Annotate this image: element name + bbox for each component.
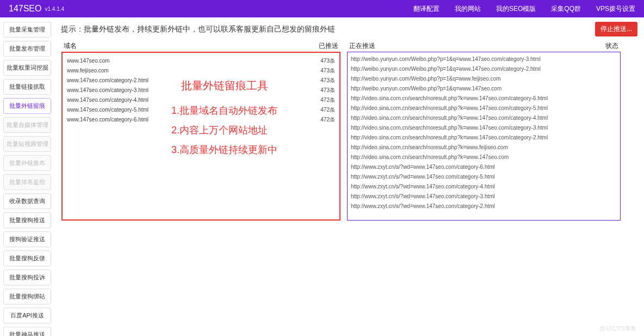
log-row: http://www.zxyt.cn/s/?wd=www.147seo.com/… xyxy=(351,162,617,172)
count-cell: 473条 xyxy=(308,85,335,95)
log-row: http://www.zxyt.cn/s/?wd=www.147seo.com/… xyxy=(351,182,617,192)
sidebar-item-13[interactable]: 批量搜狗投诉 xyxy=(3,270,51,285)
stop-push-button[interactable]: 停止推送... xyxy=(595,22,637,36)
log-row: http://weibo.yunyun.com/Weibo.php?p=1&q=… xyxy=(351,74,617,84)
log-row: http://video.sina.com.cn/search/noresult… xyxy=(351,103,617,113)
sidebar-item-10[interactable]: 批量搜狗推送 xyxy=(3,212,51,228)
count-cell: 473条 xyxy=(308,56,335,66)
sidebar-item-16[interactable]: 批量神马推送 xyxy=(3,327,51,336)
app-brand: 147SEO xyxy=(9,4,41,14)
overlay-line1: 1.批量域名自动外链发布 xyxy=(171,101,277,120)
log-row: http://weibo.yunyun.com/Weibo.php?p=1&q=… xyxy=(351,64,617,74)
sidebar-item-1[interactable]: 批量发布管理 xyxy=(3,41,51,57)
nav-vps[interactable]: VPS拨号设置 xyxy=(596,4,635,14)
sidebar-item-0[interactable]: 批量采集管理 xyxy=(3,22,51,38)
count-cell: 473条 xyxy=(308,76,335,85)
log-row: http://video.sina.com.cn/search/noresult… xyxy=(351,94,617,103)
nav-mysite[interactable]: 我的网站 xyxy=(455,4,481,14)
sidebar-item-7: 批量外链发布 xyxy=(3,155,51,171)
watermark: @51CTO博客 xyxy=(599,325,636,333)
col-status-header: 状态 xyxy=(605,41,618,51)
col-domain-header: 域名 xyxy=(64,41,77,51)
log-row: http://www.zxyt.cn/s/?wd=www.147seo.com/… xyxy=(351,192,617,201)
sidebar-item-9[interactable]: 收录数据查询 xyxy=(3,193,51,209)
sidebar-item-5: 批量自媒体管理 xyxy=(3,117,51,133)
sidebar-item-15[interactable]: 百度API推送 xyxy=(3,308,51,323)
hint-text: 提示：批量外链发布，持续更新外链中，也可以联系客服更新自己想发的留痕外链 xyxy=(61,25,335,34)
push-log-list[interactable]: http://weibo.yunyun.com/Weibo.php?p=1&q=… xyxy=(347,52,621,221)
sidebar-item-8: 批量排名监控 xyxy=(3,174,51,190)
domain-cell: www.147seo.com xyxy=(67,56,308,66)
count-cell: 472条 xyxy=(308,105,335,115)
nav-translate[interactable]: 翻译配置 xyxy=(413,4,439,14)
overlay-line2: 2.内容上万个网站地址 xyxy=(171,120,277,140)
nav-qq-group[interactable]: 采集QQ群 xyxy=(551,4,581,14)
sidebar-item-14[interactable]: 批量搜狗绑站 xyxy=(3,289,51,304)
domain-panel: 域名 已推送 www.147seo.com473条www.feijiseo.co… xyxy=(61,41,341,221)
top-nav: 翻译配置 我的网站 我的SEO模版 采集QQ群 VPS拨号设置 xyxy=(413,4,635,14)
domain-table: www.147seo.com473条www.feijiseo.com473条ww… xyxy=(61,52,340,221)
sidebar-item-6: 批量短视频管理 xyxy=(3,136,51,152)
count-cell: 472条 xyxy=(308,115,335,125)
log-row: http://weibo.yunyun.com/Weibo.php?p=1&q=… xyxy=(351,54,617,64)
sidebar: 批量采集管理批量发布管理批量权重词挖掘批量链接抓取批量外链留痕批量自媒体管理批量… xyxy=(0,17,54,336)
sidebar-item-2[interactable]: 批量权重词挖掘 xyxy=(3,60,51,76)
col-pushing-header: 正在推送 xyxy=(349,41,375,51)
nav-seo-template[interactable]: 我的SEO模版 xyxy=(496,4,536,14)
overlay-line3: 3.高质量外链持续更新中 xyxy=(171,140,277,160)
push-log-panel: 正在推送 状态 http://weibo.yunyun.com/Weibo.ph… xyxy=(346,41,621,221)
table-row[interactable]: www.147seo.com473条 xyxy=(67,56,335,66)
count-cell: 472条 xyxy=(308,95,335,105)
sidebar-item-3[interactable]: 批量链接抓取 xyxy=(3,79,51,95)
log-row: http://www.zxyt.cn/s/?wd=www.147seo.com/… xyxy=(351,172,617,182)
sidebar-item-12[interactable]: 批量搜狗反馈 xyxy=(3,251,51,266)
top-bar: 147SEO v1.4.1.4 翻译配置 我的网站 我的SEO模版 采集QQ群 … xyxy=(0,0,644,17)
app-version: v1.4.1.4 xyxy=(45,6,64,12)
log-row: http://video.sina.com.cn/search/noresult… xyxy=(351,133,617,143)
log-row: http://video.sina.com.cn/search/noresult… xyxy=(351,123,617,133)
log-row: http://video.sina.com.cn/search/noresult… xyxy=(351,152,617,162)
overlay-annotation: 批量外链留痕工具 1.批量域名自动外链发布 2.内容上万个网站地址 3.高质量外… xyxy=(171,75,277,160)
main-area: 提示：批量外链发布，持续更新外链中，也可以联系客服更新自己想发的留痕外链 停止推… xyxy=(54,17,644,336)
count-cell: 473条 xyxy=(308,66,335,76)
log-row: http://weibo.yunyun.com/Weibo.php?p=1&q=… xyxy=(351,84,617,94)
log-row: http://www.zxyt.cn/s/?wd=www.147seo.com/… xyxy=(351,201,617,211)
col-pushed-header: 已推送 xyxy=(319,41,338,51)
log-row: http://video.sina.com.cn/search/noresult… xyxy=(351,143,617,152)
log-row: http://video.sina.com.cn/search/noresult… xyxy=(351,113,617,123)
overlay-title: 批量外链留痕工具 xyxy=(171,75,277,96)
sidebar-item-4[interactable]: 批量外链留痕 xyxy=(3,98,51,114)
sidebar-item-11[interactable]: 搜狗验证推送 xyxy=(3,231,51,247)
